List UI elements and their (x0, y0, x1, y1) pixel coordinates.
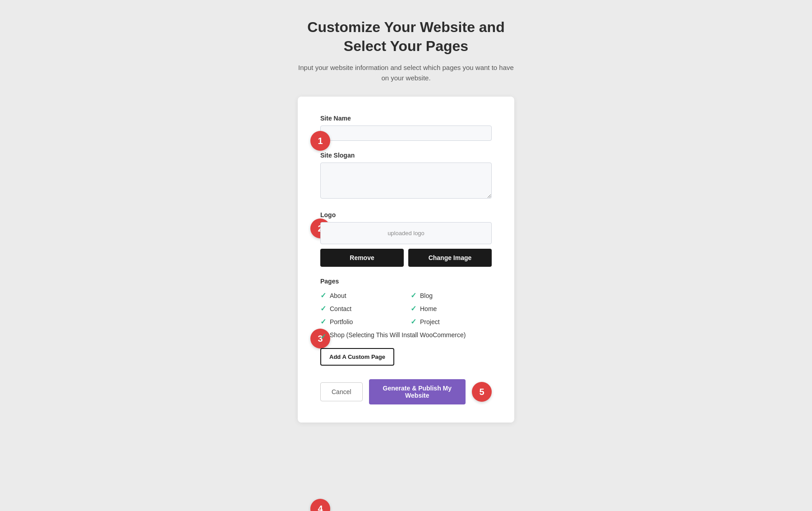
page-label-contact: Contact (330, 305, 351, 312)
logo-preview: uploaded logo (320, 222, 492, 244)
step-badge-4: 4 (310, 499, 330, 511)
logo-buttons: Remove Change Image (320, 249, 492, 267)
pages-grid: ✓ About ✓ Blog ✓ Contact ✓ Home ✓ Portfo… (320, 291, 492, 326)
step-badge-1: 1 (310, 131, 330, 151)
site-slogan-field: 2 Site Slogan (320, 152, 492, 200)
page-title: Customize Your Website andSelect Your Pa… (298, 18, 514, 56)
add-custom-page-button[interactable]: Add A Custom Page (320, 348, 394, 366)
check-icon-about: ✓ (320, 291, 326, 300)
change-image-button[interactable]: Change Image (408, 249, 492, 267)
check-icon-portfolio: ✓ (320, 317, 326, 326)
page-label-home: Home (420, 305, 437, 312)
page-label-about: About (330, 292, 346, 299)
site-name-input[interactable] (320, 125, 492, 141)
page-item-about[interactable]: ✓ About (320, 291, 401, 300)
check-icon-project: ✓ (411, 317, 416, 326)
check-icon-contact: ✓ (320, 304, 326, 313)
cancel-button[interactable]: Cancel (320, 382, 363, 401)
page-label-project: Project (420, 318, 440, 325)
page-header: Customize Your Website andSelect Your Pa… (298, 18, 514, 83)
page-item-contact[interactable]: ✓ Contact (320, 304, 401, 313)
check-icon-blog: ✓ (411, 291, 416, 300)
check-icon-home: ✓ (411, 304, 416, 313)
check-icon-shop: ✓ (320, 332, 326, 341)
step-badge-5: 5 (472, 382, 492, 402)
site-slogan-input[interactable] (320, 163, 492, 199)
site-name-label: Site Name (320, 115, 492, 122)
page-item-portfolio[interactable]: ✓ Portfolio (320, 317, 401, 326)
page-item-blog[interactable]: ✓ Blog (411, 291, 492, 300)
page-item-shop[interactable]: ✓ Shop (Selecting This Will Install WooC… (320, 331, 492, 341)
pages-section: 4 Pages ✓ About ✓ Blog ✓ Contact ✓ Home … (320, 278, 492, 366)
form-card: 1 Site Name 2 Site Slogan 3 Logo uploade… (298, 97, 514, 423)
page-label-shop: Shop (Selecting This Will Install WooCom… (330, 331, 466, 339)
page-item-home[interactable]: ✓ Home (411, 304, 492, 313)
logo-label: Logo (320, 211, 492, 218)
form-footer: Cancel Generate & Publish My Website 5 (320, 379, 492, 404)
site-name-field: 1 Site Name (320, 115, 492, 141)
logo-preview-text: uploaded logo (388, 230, 424, 237)
logo-field: 3 Logo uploaded logo Remove Change Image (320, 211, 492, 267)
site-slogan-label: Site Slogan (320, 152, 492, 159)
publish-button[interactable]: Generate & Publish My Website (369, 379, 466, 404)
remove-logo-button[interactable]: Remove (320, 249, 404, 267)
page-subtitle: Input your website information and selec… (298, 63, 514, 83)
pages-label: Pages (320, 278, 492, 285)
page-item-project[interactable]: ✓ Project (411, 317, 492, 326)
page-label-blog: Blog (420, 292, 433, 299)
page-label-portfolio: Portfolio (330, 318, 353, 325)
